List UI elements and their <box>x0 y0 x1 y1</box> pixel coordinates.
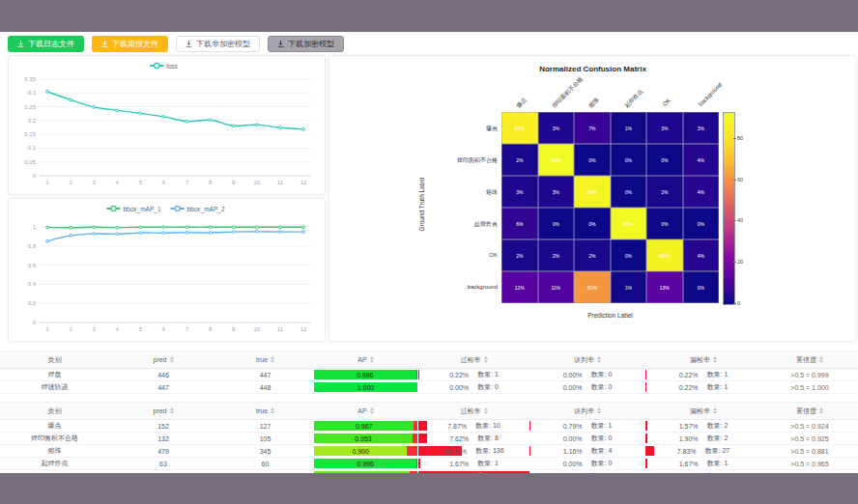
confusion-matrix-title: Normalized Confusion Matrix <box>329 65 856 73</box>
class-cell: 焊印面积不合格 <box>0 433 109 445</box>
class-metrics-table: 类别predtrueAP过检率误判率漏检率置信度爆点1521270.9677.8… <box>0 402 858 483</box>
confidence-cell: >0.5 = 0.925 <box>761 433 858 445</box>
download-log-button[interactable]: 下载日志文件 <box>8 36 84 52</box>
colorbar-tick <box>733 138 736 139</box>
rate-text: 1.67%数量: 1 <box>449 459 499 468</box>
miss-cell: 7.83%数量: 27 <box>645 445 761 458</box>
confusion-matrix-ylabel: Ground Truth Label <box>418 171 425 238</box>
column-header-overkill[interactable]: 过检率 <box>418 402 529 420</box>
class-cell: 爆点 <box>0 420 109 433</box>
download-encrypted-model-button[interactable]: 下载加密模型 <box>268 36 344 52</box>
matrix-row-label: 爆点 <box>486 125 498 133</box>
ap-cell: 0.953 <box>313 433 418 445</box>
rate-bar <box>418 434 427 443</box>
rate-text: 1.57%数量: 2 <box>679 421 729 431</box>
ap-bar: 1.000 <box>314 382 417 392</box>
matrix-cell: 13% <box>646 271 683 303</box>
matrix-cell: 61% <box>574 271 611 303</box>
overkill-cell: 0.00%数量: 0 <box>418 381 529 394</box>
map-chart-card: 00.20.40.60.81123456789101112bbox_mAP_1b… <box>8 198 326 342</box>
download-unencrypted-model-button[interactable]: 下载非加密模型 <box>176 36 260 52</box>
ap-bar-red <box>407 446 417 456</box>
ap-bar: 0.967 <box>314 421 417 431</box>
miss-cell: 0.22%数量: 1 <box>645 381 761 394</box>
ap-bar-green: 0.953 <box>314 434 413 443</box>
column-header-pred[interactable]: pred <box>109 350 217 369</box>
column-header-pred[interactable]: pred <box>109 402 217 420</box>
svg-text:12: 12 <box>300 326 307 332</box>
column-header-misjudge[interactable]: 误判率 <box>529 402 645 420</box>
svg-text:1: 1 <box>45 180 49 185</box>
sort-icon <box>597 407 601 414</box>
confidence-cell: >0.5 = 0.999 <box>761 369 858 381</box>
svg-text:12: 12 <box>300 180 307 185</box>
column-header-ap[interactable]: AP <box>313 350 418 369</box>
column-header-true[interactable]: true <box>217 350 313 369</box>
colorbar-tick-label: 80 <box>737 135 743 141</box>
rate-text: 1.16%数量: 4 <box>563 446 613 456</box>
matrix-colorbar <box>723 112 735 305</box>
ap-bar-red <box>414 421 417 431</box>
svg-text:3: 3 <box>93 180 97 185</box>
sort-icon <box>484 356 488 363</box>
matrix-cell: 1% <box>611 112 647 144</box>
column-header-misjudge[interactable]: 误判率 <box>529 350 645 369</box>
ap-cell: 0.967 <box>313 420 418 433</box>
matrix-cell: 3% <box>538 176 575 208</box>
svg-text:0.2: 0.2 <box>28 300 37 306</box>
misjudge-cell: 0.00%数量: 0 <box>529 381 645 394</box>
column-header-overkill[interactable]: 过检率 <box>418 350 529 369</box>
matrix-cell: 3% <box>683 112 720 144</box>
download-icon <box>17 41 24 47</box>
column-header-ap[interactable]: AP <box>313 402 418 420</box>
ap-bar-green: 1.000 <box>314 382 417 392</box>
confidence-cell: >0.5 = 0.965 <box>761 458 858 470</box>
rate-text: 0.79%数量: 1 <box>563 421 613 431</box>
miss-cell: 1.90%数量: 2 <box>645 433 761 445</box>
svg-text:0.8: 0.8 <box>28 243 37 249</box>
matrix-cell: 93% <box>611 208 647 239</box>
matrix-cell: 0% <box>683 271 720 303</box>
sort-icon <box>271 356 274 363</box>
true-cell: 60 <box>217 458 313 470</box>
svg-text:0.2: 0.2 <box>28 118 37 124</box>
confusion-matrix-xlabel: Prediction Label <box>501 312 719 319</box>
matrix-cell: 4% <box>683 144 720 176</box>
column-header-confidence[interactable]: 置信度 <box>761 350 858 369</box>
matrix-cell: 0% <box>574 208 611 239</box>
matrix-cell: 2% <box>538 239 575 271</box>
loss-chart-card: 00.050.10.150.20.250.30.3512345678910111… <box>8 55 326 195</box>
dashboard: 下载日志文件 下载简报文件 下载非加密模型 下载加密模型 <box>0 0 858 504</box>
svg-text:3: 3 <box>93 326 97 332</box>
matrix-cell: 0% <box>574 144 611 176</box>
true-cell: 127 <box>217 420 313 433</box>
sort-icon <box>370 407 374 414</box>
rate-bar <box>645 459 647 468</box>
true-cell: 448 <box>217 381 313 394</box>
rate-text: 0.22%数量: 1 <box>679 370 729 379</box>
matrix-col-label: 熔珠 <box>586 96 601 110</box>
confusion-matrix-card: Normalized Confusion Matrix Ground Truth… <box>329 55 857 342</box>
matrix-cell: 7% <box>574 112 611 144</box>
matrix-col-label: OK <box>662 98 672 107</box>
column-header-true[interactable]: true <box>217 402 313 420</box>
rate-bar <box>645 421 647 431</box>
sort-icon <box>597 356 601 363</box>
misjudge-cell: 0.00%数量: 0 <box>529 369 645 381</box>
matrix-cell: 12% <box>501 271 538 303</box>
ap-bar-green: 0.900 <box>314 446 407 456</box>
table-row: 焊盘4464470.9860.22%数量: 10.00%数量: 00.22%数量… <box>0 369 858 381</box>
main-content: 下载日志文件 下载简报文件 下载非加密模型 下载加密模型 <box>0 32 858 473</box>
rate-text: 0.00%数量: 0 <box>563 459 613 468</box>
matrix-cell: 85% <box>501 112 538 144</box>
download-report-button[interactable]: 下载简报文件 <box>92 36 168 52</box>
svg-text:4: 4 <box>116 326 120 332</box>
matrix-cell: 0% <box>683 208 720 239</box>
true-cell: 447 <box>217 369 313 381</box>
column-header-confidence[interactable]: 置信度 <box>761 402 858 420</box>
svg-text:0.25: 0.25 <box>24 104 36 110</box>
matrix-col-label: background <box>698 82 723 107</box>
matrix-row-label: 焊印面积不合格 <box>457 156 498 165</box>
column-header-miss[interactable]: 漏检率 <box>645 350 761 369</box>
column-header-miss[interactable]: 漏检率 <box>645 402 761 420</box>
